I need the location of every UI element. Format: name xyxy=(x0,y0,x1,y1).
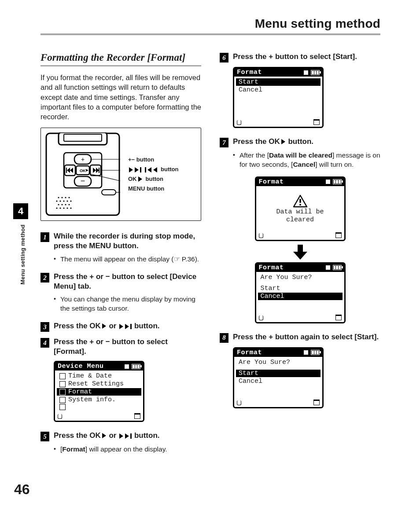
svg-point-37 xyxy=(70,208,71,209)
t: Start xyxy=(357,333,374,341)
ok-icon: OK xyxy=(89,321,107,331)
svg-point-32 xyxy=(68,204,70,205)
t: button. xyxy=(132,431,159,440)
svg-point-20 xyxy=(58,197,59,198)
lcd-title: Format xyxy=(237,349,262,356)
lcd-sure-cancel: Format Are You Sure? Start Cancel xyxy=(255,262,346,323)
folder-icon xyxy=(134,413,140,419)
lcd-prompt: Are You Sure? xyxy=(260,274,341,281)
svg-rect-2 xyxy=(64,134,102,141)
t: ] tab. xyxy=(73,282,91,290)
t: + xyxy=(269,52,273,61)
step-badge: 3 xyxy=(41,322,49,332)
t: − xyxy=(106,338,110,346)
legend-skip: button xyxy=(161,165,178,174)
lcd-item: Start xyxy=(236,370,321,377)
svg-text:−: − xyxy=(81,176,85,185)
svg-point-30 xyxy=(61,204,63,205)
svg-rect-43 xyxy=(299,199,301,203)
intro-paragraph: If you format the recorder, all files wi… xyxy=(41,73,201,121)
lcd-item: Time & Date xyxy=(68,372,112,380)
t: Start xyxy=(335,52,353,61)
fwd-icon xyxy=(128,165,142,174)
lcd-title: Format xyxy=(237,69,262,76)
step-badge: 1 xyxy=(41,232,49,242)
legend-menu: MENU button xyxy=(128,184,164,194)
folder-icon xyxy=(313,400,320,405)
legend-plusminus: +− button xyxy=(128,155,154,165)
t: Press the xyxy=(54,322,89,330)
folder-icon xyxy=(313,119,320,125)
recorder-drawing: + − xyxy=(45,132,120,216)
ok-icon: OK xyxy=(128,174,143,184)
lcd-title: Format xyxy=(259,264,284,272)
t: ]. xyxy=(81,347,86,356)
lcd-title: Device Menu xyxy=(58,363,104,370)
mic-icon xyxy=(237,120,241,125)
lcd-item: Reset Settings xyxy=(68,380,124,388)
lcd-item: Cancel xyxy=(238,378,319,385)
svg-point-21 xyxy=(61,197,63,198)
t: Format xyxy=(56,347,82,356)
step-badge: 8 xyxy=(220,333,228,343)
folder-icon xyxy=(335,315,342,320)
svg-rect-45 xyxy=(298,245,303,252)
battery-icon xyxy=(326,265,342,270)
t: button to select [ xyxy=(110,272,173,281)
legend-ok: button xyxy=(146,174,163,184)
svg-point-24 xyxy=(56,201,57,202)
svg-point-33 xyxy=(56,208,57,209)
mic-icon xyxy=(58,414,62,419)
step-badge: 2 xyxy=(41,273,49,283)
t: Press the xyxy=(54,431,89,440)
lcd-item: Start xyxy=(260,285,341,292)
svg-point-25 xyxy=(59,201,61,202)
t: ]. xyxy=(374,333,379,341)
battery-icon xyxy=(326,179,342,184)
t: Press the xyxy=(54,338,89,346)
step-7-sub: After the [Data will be cleared] message… xyxy=(233,151,380,169)
lcd-item: Cancel xyxy=(258,293,343,300)
section-title: Formatting the Recorder [Format] xyxy=(41,52,201,63)
svg-point-23 xyxy=(68,197,70,198)
section-underline xyxy=(41,65,201,66)
chapter-badge: 4 xyxy=(13,203,28,219)
t: button. xyxy=(132,322,159,330)
fwd-icon xyxy=(118,322,132,330)
t: or xyxy=(107,322,118,330)
step-1-tail: button. xyxy=(111,242,138,250)
t: or xyxy=(107,431,118,440)
mic-icon xyxy=(259,233,263,238)
lcd-item: Format xyxy=(68,388,92,396)
folder-icon xyxy=(335,232,342,238)
page-number: 46 xyxy=(14,481,30,498)
lcd-warning-line: cleared xyxy=(286,216,314,224)
svg-rect-19 xyxy=(102,190,116,195)
lcd-item: Start xyxy=(236,78,321,86)
lcd-sure-start: Format Are You Sure? Start Cancel xyxy=(233,347,324,408)
t: Press the xyxy=(233,52,269,61)
lcd-device-menu: Device Menu Time & Date Reset Settings F… xyxy=(54,361,144,422)
page-title: Menu setting method xyxy=(41,17,380,33)
svg-point-36 xyxy=(66,208,68,209)
svg-point-28 xyxy=(70,201,71,202)
t: button. xyxy=(286,137,313,146)
ok-icon: OK xyxy=(89,431,107,440)
step-1-menu: MENU xyxy=(89,242,111,250)
mic-icon xyxy=(237,400,241,405)
header-rule xyxy=(41,33,380,35)
svg-rect-15 xyxy=(99,168,99,173)
square-icon xyxy=(59,381,66,387)
svg-point-27 xyxy=(66,201,68,202)
lcd-warning-line: Data will be xyxy=(276,208,324,216)
t: or xyxy=(94,272,105,281)
square-icon xyxy=(59,404,66,410)
t: ]. xyxy=(353,52,357,61)
step-5-sub: [Format] will appear on the display. xyxy=(54,445,201,455)
battery-icon xyxy=(125,364,140,369)
step-badge: 6 xyxy=(220,53,228,62)
lcd-format-start: Format Start Cancel xyxy=(233,67,324,128)
step-2: 2 Press the + or − button to select [Dev… xyxy=(41,272,201,291)
svg-rect-11 xyxy=(66,168,67,173)
t: or xyxy=(94,338,105,346)
